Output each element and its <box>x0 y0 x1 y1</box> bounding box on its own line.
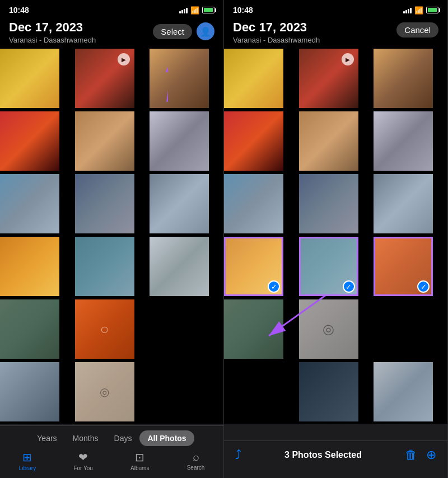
photo-cell-r17[interactable] <box>299 362 358 421</box>
bar-actions: 🗑 ⊕ <box>405 448 436 462</box>
photo-cell[interactable] <box>150 237 209 296</box>
photo-cell[interactable] <box>75 237 134 296</box>
nav-albums[interactable]: ⊡ Albums <box>130 451 149 471</box>
location-left: Varanasi - Dasashwamedh <box>9 36 96 44</box>
cancel-button[interactable]: Cancel <box>396 22 438 38</box>
photo-cell[interactable]: ▶ <box>75 49 134 108</box>
share-icon[interactable]: ⤴ <box>235 448 241 462</box>
photo-header-left: Dec 17, 2023 Varanasi - Dasashwamedh Sel… <box>0 18 223 49</box>
photo-cell[interactable] <box>0 49 59 108</box>
nav-tabs-left: ⊞ Library ❤ For You ⊡ Albums ⌕ Search <box>0 448 223 478</box>
filter-months[interactable]: Months <box>65 430 106 446</box>
photo-cell-r15[interactable] <box>374 299 433 359</box>
nav-albums-label: Albums <box>130 465 149 471</box>
wifi-icon-right: 📶 <box>414 6 423 15</box>
more-icon[interactable]: ⊕ <box>426 448 436 462</box>
photo-cell[interactable] <box>150 362 209 421</box>
check-icon-2: ✓ <box>343 280 355 293</box>
delete-icon[interactable]: 🗑 <box>405 448 417 462</box>
nav-library[interactable]: ⊞ Library <box>19 451 36 471</box>
photo-cell-r10[interactable]: ✓ <box>224 237 283 296</box>
photo-grid-right: ▶ ✓ ✓ ✓ ◎ <box>224 49 447 424</box>
select-button[interactable]: Select <box>153 24 192 39</box>
photo-cell-r14[interactable]: ◎ <box>299 299 358 359</box>
date-title-left: Dec 17, 2023 <box>9 20 96 35</box>
photo-cell-r4[interactable] <box>224 111 283 171</box>
photo-cell-r18[interactable] <box>374 362 433 421</box>
photo-cell-r2[interactable]: ▶ <box>299 49 358 108</box>
photo-cell-r16[interactable] <box>224 362 283 421</box>
photo-cell[interactable] <box>0 174 59 233</box>
header-actions-right: Cancel <box>396 22 438 38</box>
signal-icon <box>179 7 188 13</box>
photo-header-right: Dec 17, 2023 Varanasi - Dasashwamedh Can… <box>224 18 447 49</box>
albums-icon: ⊡ <box>135 451 144 464</box>
search-icon: ⌕ <box>193 451 199 463</box>
home-indicator <box>224 471 447 478</box>
photo-cell[interactable] <box>150 174 209 233</box>
photo-cell[interactable] <box>75 111 134 171</box>
photo-cell-r9[interactable] <box>374 174 433 233</box>
nav-search[interactable]: ⌕ Search <box>187 451 205 471</box>
photo-cell-r6[interactable] <box>374 111 433 171</box>
selection-bar: ⤴ 3 Photos Selected 🗑 ⊕ <box>224 440 447 471</box>
photo-cell-r12[interactable]: ✓ <box>374 237 433 296</box>
nav-library-label: Library <box>19 465 36 471</box>
header-info-right: Dec 17, 2023 Varanasi - Dasashwamedh <box>233 20 320 44</box>
photo-cell[interactable] <box>0 111 59 171</box>
signal-icon-right <box>403 7 412 13</box>
photo-cell-r13[interactable] <box>224 299 283 359</box>
time-left: 10:48 <box>9 6 29 15</box>
check-icon-1: ✓ <box>268 280 280 293</box>
library-icon: ⊞ <box>22 451 32 464</box>
filter-tabs-left: Years Months Days All Photos <box>0 426 223 448</box>
header-actions-left: Select 👤 <box>153 22 214 40</box>
selection-count: 3 Photos Selected <box>284 450 362 460</box>
nav-for-you-label: For You <box>73 465 92 471</box>
battery-icon <box>202 7 214 13</box>
location-right: Varanasi - Dasashwamedh <box>233 36 320 44</box>
header-info-left: Dec 17, 2023 Varanasi - Dasashwamedh <box>9 20 96 44</box>
right-panel: 10:48 📶 Dec 17, 2023 Varanasi - Dasashwa… <box>224 0 448 478</box>
photo-cell[interactable]: ○ <box>75 299 134 359</box>
photo-cell[interactable] <box>0 362 59 421</box>
photo-cell-r7[interactable] <box>224 174 283 233</box>
status-bar-right: 10:48 📶 <box>224 0 447 18</box>
date-title-right: Dec 17, 2023 <box>233 20 320 35</box>
photo-cell-r8[interactable] <box>299 174 358 233</box>
bottom-area-right: ⤴ 3 Photos Selected 🗑 ⊕ <box>224 440 447 478</box>
bottom-tabs-left: Years Months Days All Photos ⊞ Library ❤… <box>0 425 223 478</box>
photo-cell-r3[interactable] <box>374 49 433 108</box>
avatar-button[interactable]: 👤 <box>197 22 214 40</box>
photo-cell[interactable]: ◎ <box>75 362 134 421</box>
photo-cell-r5[interactable] <box>299 111 358 171</box>
wifi-icon: 📶 <box>190 6 199 15</box>
photo-cell[interactable] <box>75 174 134 233</box>
status-icons-right: 📶 <box>403 6 438 15</box>
for-you-icon: ❤ <box>78 451 88 464</box>
photo-cell[interactable] <box>150 299 209 359</box>
photo-cell-r11[interactable]: ✓ <box>299 237 358 296</box>
filter-days[interactable]: Days <box>106 430 140 446</box>
photo-cell[interactable] <box>150 111 209 171</box>
filter-all-photos[interactable]: All Photos <box>139 430 194 446</box>
battery-icon-right <box>426 7 438 13</box>
photo-cell[interactable] <box>150 49 209 108</box>
photo-cell[interactable] <box>0 299 59 359</box>
left-panel: 10:48 📶 Dec 17, 2023 Varanasi - Dasashwa… <box>0 0 224 478</box>
photo-cell-r1[interactable] <box>224 49 283 108</box>
status-bar-left: 10:48 📶 <box>0 0 223 18</box>
nav-for-you[interactable]: ❤ For You <box>73 451 92 471</box>
nav-search-label: Search <box>187 465 205 471</box>
status-icons-left: 📶 <box>179 6 214 15</box>
filter-years[interactable]: Years <box>29 430 64 446</box>
photo-grid-left: ▶ ○ ◎ <box>0 49 223 424</box>
photo-cell[interactable] <box>0 237 59 296</box>
time-right: 10:48 <box>233 6 253 15</box>
